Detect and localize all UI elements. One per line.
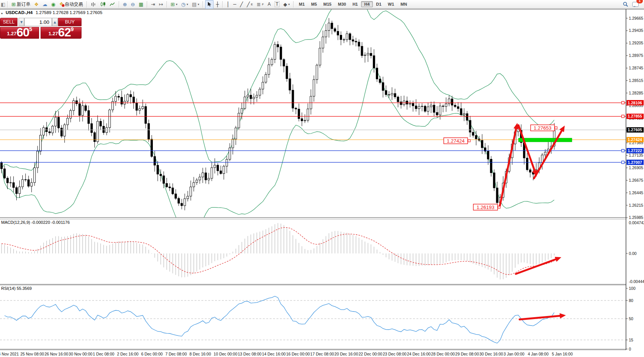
tf-d1-button[interactable]: D1 (373, 1, 385, 7)
price-annotation-1.26193[interactable]: 1.26193 (473, 204, 500, 210)
level-endpoint-marker[interactable] (622, 101, 624, 104)
tf-m30-button[interactable]: M30 (335, 1, 349, 7)
sell-price-panel[interactable]: 1.27605 (0, 27, 39, 39)
y-tick-label: 1.28975 (629, 53, 643, 58)
tf-h1-button[interactable]: H1 (349, 1, 361, 7)
text-tool-button[interactable]: A (266, 0, 272, 8)
autotrade-button[interactable]: ❖ 自动交易 (58, 0, 85, 8)
buy-price-pip: 9 (71, 26, 74, 32)
trendline-tool-button[interactable]: ╱ (239, 0, 245, 8)
periods-button[interactable]: ◷▾ (180, 0, 190, 8)
y-tick-label: 1.26445 (629, 190, 643, 195)
chart-bars-button[interactable] (89, 0, 98, 8)
toolbar-separator (203, 1, 203, 8)
crosshair-button[interactable]: ┼ (214, 0, 220, 8)
svg-text:1.27424: 1.27424 (447, 138, 465, 144)
rsi-indicator-label: RSI(14) 55.3569 (1, 286, 32, 291)
new-order-button[interactable]: ⊞ 新订单 (10, 0, 32, 8)
level-endpoint-marker[interactable] (622, 115, 624, 118)
x-axis-label: 3 Jan 00:00 (504, 352, 525, 356)
buy-button[interactable]: BUY (58, 18, 82, 26)
trend-arrow[interactable] (516, 257, 561, 274)
cursor-icon (207, 2, 212, 7)
highlight-zone[interactable] (518, 138, 572, 142)
zoom-in-button[interactable]: ⊕ (121, 0, 129, 8)
y-tick-label: 1.29205 (629, 41, 643, 45)
tf-w1-button[interactable]: W1 (385, 1, 397, 7)
cursor-button[interactable] (205, 0, 214, 9)
x-axis-label: 30 Dec 16:00 (479, 352, 503, 356)
templates-button[interactable]: ▤▾ (190, 0, 201, 8)
price-badge-text: 1.27222 (628, 148, 642, 153)
rsi-axis-label: 100 (629, 286, 636, 291)
macd-axis-max: 0.004742 (629, 220, 644, 225)
new-chart-button[interactable]: ⊞▾ (169, 0, 179, 8)
new-order-icon: ⊞ (11, 2, 16, 7)
volume-increase-button[interactable]: ▲ (52, 18, 58, 26)
svg-text:1.26193: 1.26193 (477, 204, 495, 210)
hline-tool-button[interactable]: ─ (232, 0, 238, 8)
zoom-out-button[interactable]: ⊖ (129, 0, 137, 8)
buy-price-panel[interactable]: 1.27629 (41, 27, 82, 39)
trend-arrow[interactable] (534, 126, 565, 178)
chart-canvas[interactable]: 1.296651.294351.292051.289751.287451.285… (0, 0, 644, 357)
collapse-one-click-icon[interactable]: ▴ (1, 11, 3, 15)
vline-tool-button[interactable]: │ (225, 0, 231, 8)
x-axis-label: 24 Dec 16:00 (407, 352, 431, 356)
tile-windows-button[interactable]: ▦ (137, 0, 145, 8)
level-endpoint-marker[interactable] (622, 149, 624, 152)
x-axis-label: 13 Dec 08:00 (238, 352, 262, 356)
tf-m5-button[interactable]: M5 (308, 1, 320, 7)
community-icon[interactable]: ☁ (41, 0, 49, 8)
toolbar-separator (222, 1, 223, 8)
sell-price-prefix: 1.27 (7, 31, 16, 36)
volume-decrease-button[interactable]: ▼ (19, 18, 24, 26)
toolbar-separator (293, 1, 294, 8)
price-annotation-1.27424[interactable]: 1.27424 (444, 138, 470, 144)
chart-line-button[interactable] (108, 0, 117, 8)
tf-h4-button[interactable]: H4 (361, 1, 372, 7)
macd-axis-zero: 0.00 (629, 251, 637, 256)
sell-button[interactable]: SELL (0, 18, 17, 26)
y-tick-label: 1.28515 (629, 78, 643, 83)
y-tick-label: 1.26905 (629, 165, 643, 170)
symbol-period-label: USDCAD-,H4 (6, 10, 33, 15)
svg-text:1.27653: 1.27653 (534, 125, 551, 131)
channel-tool-button[interactable]: ╱E (245, 0, 254, 8)
main-toolbar: ◧ ⊞ 新订单 ❖ ☁ ◉ ❖ 自动交易 ⊕ ⊖ ▦ ⇥ ↦ ⊞▾ ◷▾ ▤▾ (0, 0, 644, 9)
macd-plot (2, 223, 554, 280)
tf-m1-button[interactable]: M1 (296, 1, 308, 7)
x-axis-label: 17 Dec 08:00 (310, 352, 334, 356)
signals-icon[interactable]: ◉ (50, 0, 57, 8)
chart-candles-button[interactable] (99, 0, 107, 8)
y-tick-label: 1.28285 (629, 91, 643, 95)
buy-price-main: 62 (58, 27, 71, 38)
x-axis-label: 23 Dec 08:00 (383, 352, 407, 356)
tf-mn-button[interactable]: MN (397, 1, 410, 7)
bollinger-bands (2, 0, 554, 237)
chart-shift-button[interactable]: ↦ (157, 0, 165, 8)
text-label-tool-button[interactable]: T (273, 0, 281, 8)
macd-indicator-label: MACD(12,26,9) -0.000220 -0.001176 (1, 220, 70, 225)
price-annotation-1.27653[interactable]: 1.27653 (531, 125, 557, 131)
tf-m15-button[interactable]: M15 (320, 1, 335, 7)
x-axis-label: 29 Dec 08:00 (455, 352, 479, 356)
volume-input[interactable]: 1.00 (24, 18, 52, 26)
toolbar-separator (119, 1, 119, 8)
market-icon[interactable]: ❖ (33, 0, 40, 8)
y-tick-label: 1.28745 (629, 66, 643, 70)
notifications-button[interactable]: 1 (631, 0, 640, 8)
y-tick-label: 1.29435 (629, 28, 643, 33)
autoscroll-button[interactable]: ⇥ (149, 0, 157, 8)
fibonacci-tool-button[interactable]: ≣F (255, 0, 265, 8)
autotrade-icon: ❖ (59, 2, 64, 7)
price-badge-text: 1.27424 (628, 137, 642, 142)
search-button[interactable] (621, 0, 630, 8)
y-tick-label: 1.29665 (629, 16, 643, 20)
price-axis-background (626, 9, 644, 357)
rsi-axis-label: 50 (629, 316, 633, 321)
mt4-terminal: ◧ ⊞ 新订单 ❖ ☁ ◉ ❖ 自动交易 ⊕ ⊖ ▦ ⇥ ↦ ⊞▾ ◷▾ ▤▾ (0, 0, 644, 357)
arrows-tool-button[interactable]: ◆▾ (282, 0, 291, 8)
autotrade-label: 自动交易 (65, 1, 83, 8)
level-endpoint-marker[interactable] (622, 161, 624, 164)
